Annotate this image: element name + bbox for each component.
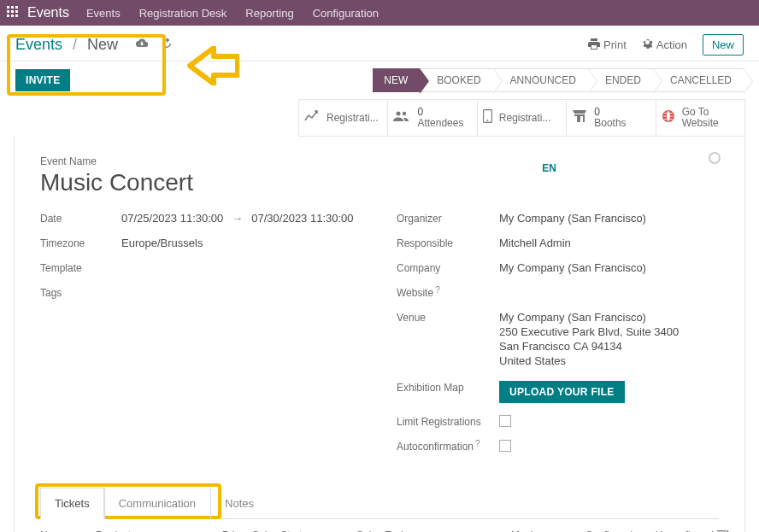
chart-icon [304,110,320,126]
label-template: Template [40,261,121,274]
stage-announced[interactable]: ANNOUNCED [493,68,588,92]
svg-point-12 [486,120,488,121]
svg-rect-8 [15,15,18,17]
breadcrumb-row: Events / New Print Action New [0,26,759,61]
booths-label: Booths [594,118,626,129]
form-body: Event Name Music Concert EN Date 07/25/2… [14,137,745,532]
statcard-attendees[interactable]: 0Attendees [388,100,477,136]
tab-notes[interactable]: Notes [210,488,268,519]
company-value[interactable]: My Company (San Francisco) [499,261,646,274]
event-name[interactable]: Music Concert [40,169,719,196]
event-name-label: Event Name [40,155,719,167]
svg-rect-1 [11,6,14,9]
tickets-table-head: Name Product Price Sales Start Sales End… [40,519,719,532]
goto-label2: Website [682,118,719,129]
venue-name: My Company (San Francisco) [499,311,679,324]
label-company: Company [397,261,499,274]
svg-point-10 [403,112,406,115]
gear-icon [642,38,653,52]
tabs: Tickets Communication Notes [40,487,719,519]
venue-country: United States [499,354,679,367]
breadcrumb-root[interactable]: Events [15,36,62,54]
stat-cards: Registrati... 0Attendees Registrati... 0… [298,99,745,137]
label-exmap: Exhibition Map [397,381,499,394]
menu-events[interactable]: Events [86,7,121,20]
venue-addr1: 250 Executive Park Blvd, Suite 3400 [499,325,679,338]
apps-icon[interactable] [7,6,19,20]
date-start[interactable]: 07/25/2023 11:30:00 [121,212,223,225]
statcard-reg-label: Registrati... [327,112,379,124]
statcard-goto-website[interactable]: Go ToWebsite [656,100,744,136]
breadcrumb-current: New [87,36,118,54]
statcard-registration[interactable]: Registrati... [299,100,388,136]
label-organizer: Organizer [397,212,499,225]
svg-rect-6 [7,15,9,17]
app-brand[interactable]: Events [27,5,69,20]
label-tags: Tags [40,286,121,299]
statcard-registration2[interactable]: Registrati... [478,100,567,136]
arrow-right-icon: → [232,212,243,225]
label-date: Date [40,212,121,225]
svg-rect-4 [11,10,14,13]
attendees-label: Attendees [417,118,463,129]
attendees-count: 0 [417,107,463,118]
status-stages: NEW BOOKED ANNOUNCED ENDED CANCELLED [373,68,744,92]
upload-button[interactable]: UPLOAD YOUR FILE [499,381,625,403]
svg-rect-5 [15,10,18,13]
stage-ended[interactable]: ENDED [588,68,653,92]
people-icon [393,110,410,126]
stage-booked[interactable]: BOOKED [420,68,492,92]
tab-communication[interactable]: Communication [104,488,210,519]
print-action[interactable]: Print [588,38,627,52]
breadcrumb-sep: / [73,36,77,54]
menu-reporting[interactable]: Reporting [245,7,293,20]
svg-rect-3 [7,10,9,13]
new-button[interactable]: New [703,34,744,56]
label-timezone: Timezone [40,237,121,249]
stage-new[interactable]: NEW [373,68,420,92]
action-label: Action [656,38,687,51]
stage-cancelled[interactable]: CANCELLED [653,68,744,92]
annotation-arrow [186,46,239,88]
venue-addr2: San Francisco CA 94134 [499,340,679,353]
cloud-save-icon[interactable] [135,38,149,52]
print-label: Print [603,38,627,51]
statcard-booths[interactable]: 0Booths [567,100,656,136]
statcard-reg2-label: Registrati... [499,112,551,124]
menu-registration-desk[interactable]: Registration Desk [139,7,227,20]
organizer-value[interactable]: My Company (San Francisco) [499,212,646,225]
label-limit-reg: Limit Registrations [397,415,499,428]
venue-value[interactable]: My Company (San Francisco) 250 Executive… [499,311,679,369]
tab-tickets[interactable]: Tickets [40,488,104,519]
timezone-value[interactable]: Europe/Brussels [121,237,203,249]
limit-reg-checkbox[interactable] [499,415,511,427]
label-responsible: Responsible [397,237,499,249]
topbar: Events Events Registration Desk Reportin… [0,0,759,26]
booth-icon [572,110,587,126]
label-website: Website? [397,286,499,299]
label-autoconf: Autoconfirmation? [397,440,499,453]
label-venue: Venue [397,311,499,324]
action-menu[interactable]: Action [642,38,687,52]
top-menu: Events Registration Desk Reporting Confi… [86,7,379,20]
help-icon[interactable]: ? [435,285,440,295]
phone-icon [483,109,492,126]
globe-icon [662,109,675,126]
print-icon [588,38,600,52]
lang-button[interactable]: EN [542,162,556,174]
autoconf-checkbox[interactable] [499,440,511,452]
status-row: INVITE NEW BOOKED ANNOUNCED ENDED CANCEL… [0,61,759,99]
svg-rect-7 [11,15,14,17]
svg-rect-2 [15,6,18,9]
invite-button[interactable]: INVITE [15,69,70,91]
svg-rect-0 [7,6,9,9]
menu-configuration[interactable]: Configuration [313,7,379,20]
discard-icon[interactable] [161,38,173,52]
responsible-value[interactable]: Mitchell Admin [499,237,571,249]
goto-label1: Go To [682,107,719,118]
help-icon[interactable]: ? [475,439,480,448]
date-end[interactable]: 07/30/2023 11:30:00 [251,212,353,225]
svg-point-9 [397,112,401,116]
booths-count: 0 [594,107,626,118]
